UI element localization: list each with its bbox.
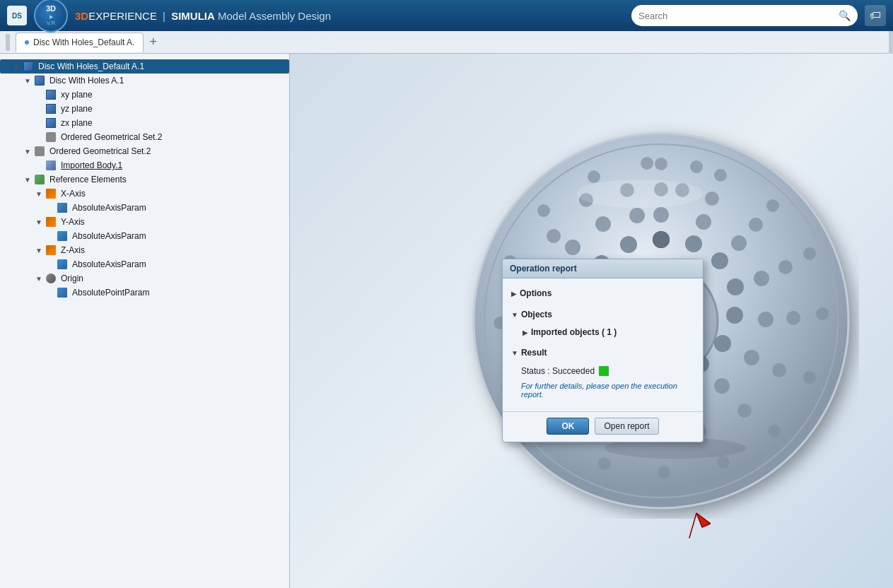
operation-report-dialog: Operation report ▶ Options ▼ Objects bbox=[502, 259, 704, 442]
tree-label-xy: xy plane bbox=[61, 90, 93, 100]
status-text: Status : Succeeded bbox=[521, 366, 595, 376]
svg-point-27 bbox=[714, 378, 730, 394]
imported-objects-row[interactable]: ▶ Imported objects ( 1 ) bbox=[521, 325, 696, 339]
tab-disc-with-holes[interactable]: Disc With Holes_Default A. bbox=[16, 33, 144, 52]
tabbar: Disc With Holes_Default A. + bbox=[0, 31, 893, 54]
svg-point-56 bbox=[766, 199, 779, 212]
app-3d: 3D bbox=[75, 10, 88, 22]
tree-toggle-xaxis[interactable]: ▼ bbox=[34, 189, 44, 199]
tree-item-origin[interactable]: ▼ Origin bbox=[0, 271, 289, 286]
tree-item-imported[interactable]: Imported Body.1 bbox=[0, 158, 289, 172]
svg-point-60 bbox=[768, 425, 781, 437]
3d-viewport[interactable]: Operation report ▶ Options ▼ Objects bbox=[290, 54, 893, 588]
tree-label-xparam: AbsoluteAxisParam bbox=[72, 203, 146, 213]
tree-label-origin: Origin bbox=[61, 274, 83, 283]
brand-circle[interactable]: 3D ▶ V.R bbox=[34, 0, 68, 33]
tree-item-yz[interactable]: yz plane bbox=[0, 102, 289, 116]
svg-point-26 bbox=[744, 350, 759, 365]
tree-toggle-root[interactable]: ▼ bbox=[11, 61, 21, 71]
tree-toggle-ogs2[interactable]: ▼ bbox=[23, 146, 33, 156]
tree-label-yz: yz plane bbox=[61, 104, 93, 114]
tree-item-yaxis[interactable]: ▼ Y-Axis bbox=[0, 215, 289, 229]
tree-label-ogs1: Ordered Geometrical Set.2 bbox=[61, 132, 162, 142]
tree-item-ogs2[interactable]: ▼ Ordered Geometrical Set.2 bbox=[0, 144, 289, 158]
tab-add-button[interactable]: + bbox=[146, 35, 160, 49]
svg-point-20 bbox=[653, 231, 670, 248]
tree-item-xparam[interactable]: AbsoluteAxisParam bbox=[0, 201, 289, 215]
svg-point-55 bbox=[714, 169, 727, 182]
ok-button[interactable]: OK bbox=[547, 418, 589, 435]
objects-content: ▶ Imported objects ( 1 ) bbox=[510, 325, 696, 339]
tree-item-refelem[interactable]: ▼ Reference Elements bbox=[0, 172, 289, 187]
svg-point-19 bbox=[620, 236, 637, 253]
tree-item-disc[interactable]: ▼ Disc With Holes A.1 bbox=[0, 74, 289, 88]
tree-label-refelem: Reference Elements bbox=[49, 175, 127, 184]
open-report-button[interactable]: Open report bbox=[595, 418, 658, 435]
svg-point-61 bbox=[717, 456, 730, 469]
tree-item-yparam[interactable]: AbsoluteAxisParam bbox=[0, 229, 289, 243]
tree-toggle-yaxis[interactable]: ▼ bbox=[34, 217, 44, 227]
svg-point-7 bbox=[711, 252, 728, 269]
svg-point-50 bbox=[547, 229, 561, 243]
tree-item-zaxis[interactable]: ▼ Z-Axis bbox=[0, 243, 289, 257]
tab-label: Disc With Holes_Default A. bbox=[33, 37, 134, 47]
svg-point-6 bbox=[685, 235, 702, 252]
svg-point-21 bbox=[653, 207, 669, 223]
options-label: Options bbox=[520, 288, 551, 298]
svg-point-41 bbox=[786, 311, 800, 325]
objects-section: ▼ Objects ▶ Imported objects ( 1 ) bbox=[510, 307, 696, 339]
svg-point-57 bbox=[803, 247, 816, 260]
app-module: Model Assembly Design bbox=[218, 10, 331, 22]
tree-toggle-zaxis[interactable]: ▼ bbox=[34, 245, 44, 255]
svg-point-35 bbox=[595, 216, 611, 232]
svg-point-72 bbox=[576, 180, 704, 208]
imported-objects-label: Imported objects ( 1 ) bbox=[531, 327, 617, 337]
app-simulia: SIMULIA bbox=[171, 10, 215, 22]
tree-panel: ▼ Disc With Holes_Default A.1 ▼ Disc Wit… bbox=[0, 54, 290, 588]
search-box[interactable]: 🔍 bbox=[631, 5, 858, 26]
tree-item-root[interactable]: ▼ Disc With Holes_Default A.1 bbox=[0, 59, 289, 74]
dialog-header: Operation report bbox=[503, 259, 703, 278]
tree-item-xy[interactable]: xy plane bbox=[0, 88, 289, 102]
svg-point-23 bbox=[731, 235, 747, 251]
result-label: Result bbox=[521, 348, 547, 358]
svg-point-8 bbox=[727, 278, 744, 295]
tree-toggle-disc[interactable]: ▼ bbox=[23, 76, 33, 86]
dialog-body: ▶ Options ▼ Objects ▶ Imported objects (… bbox=[503, 278, 703, 411]
tree-item-zparam[interactable]: AbsoluteAxisParam bbox=[0, 257, 289, 271]
app-title: 3DEXPERIENCE | SIMULIA Model Assembly De… bbox=[75, 10, 331, 22]
tree-item-ogs1[interactable]: Ordered Geometrical Set.2 bbox=[0, 130, 289, 144]
tree-label-zaxis: Z-Axis bbox=[61, 245, 85, 255]
brand-vr: V.R bbox=[46, 20, 56, 27]
tree-toggle-refelem[interactable]: ▼ bbox=[23, 175, 33, 184]
tag-icon[interactable]: 🏷 bbox=[865, 5, 886, 26]
tree-toggle-origin[interactable]: ▼ bbox=[34, 274, 44, 283]
svg-point-68 bbox=[537, 204, 550, 217]
svg-point-43 bbox=[737, 404, 752, 418]
svg-point-70 bbox=[641, 157, 653, 170]
objects-arrow-icon: ▼ bbox=[511, 311, 518, 319]
tree-item-oparam[interactable]: AbsolutePointParam bbox=[0, 286, 289, 300]
svg-point-40 bbox=[778, 260, 793, 274]
brand-3d: 3D bbox=[46, 4, 56, 13]
tree-label-yparam: AbsoluteAxisParam bbox=[72, 231, 146, 241]
app-experience: EXPERIENCE bbox=[88, 10, 157, 22]
tree-item-zx[interactable]: zx plane bbox=[0, 116, 289, 130]
result-row[interactable]: ▼ Result bbox=[510, 345, 696, 360]
tree-label-imported: Imported Body.1 bbox=[61, 160, 122, 170]
options-arrow-icon: ▶ bbox=[511, 290, 517, 298]
tree-label-oparam: AbsolutePointParam bbox=[72, 288, 149, 298]
options-row[interactable]: ▶ Options bbox=[510, 286, 696, 301]
svg-point-39 bbox=[749, 218, 763, 232]
ds-logo: DS bbox=[7, 6, 27, 25]
objects-row[interactable]: ▼ Objects bbox=[510, 307, 696, 322]
tree-item-xaxis[interactable]: ▼ X-Axis bbox=[0, 187, 289, 201]
svg-point-36 bbox=[629, 208, 645, 223]
tab-active-dot bbox=[25, 40, 29, 45]
svg-point-24 bbox=[754, 271, 769, 286]
svg-point-62 bbox=[658, 466, 670, 478]
tab-drag-handle bbox=[6, 34, 10, 51]
svg-point-58 bbox=[816, 307, 829, 320]
search-input[interactable] bbox=[638, 11, 834, 21]
tree-label-root: Disc With Holes_Default A.1 bbox=[38, 61, 144, 71]
